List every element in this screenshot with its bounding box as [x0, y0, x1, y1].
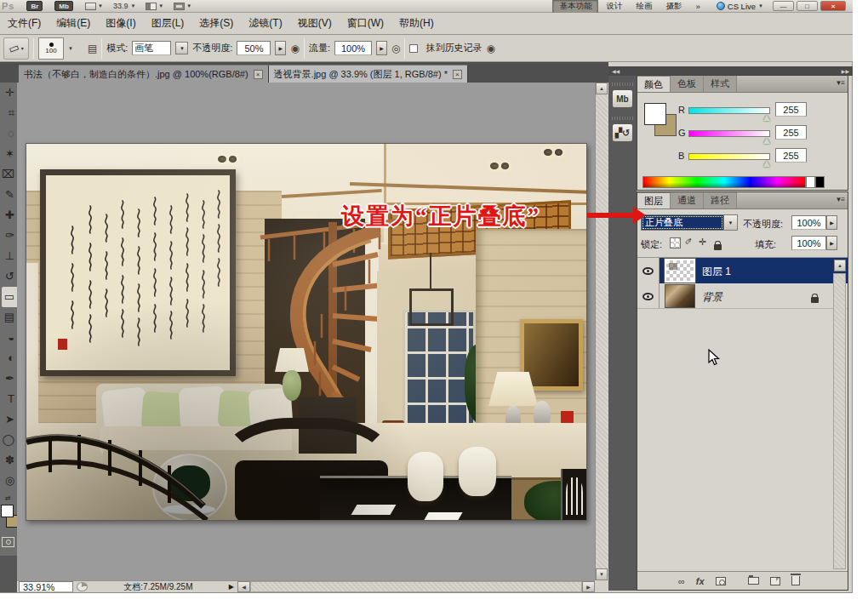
- mode-dropdown-arrow-icon[interactable]: ▼: [175, 42, 188, 54]
- move-tool[interactable]: ✛: [0, 83, 17, 103]
- collapse-panels-icon[interactable]: ◀◀: [612, 68, 620, 74]
- toggle-brush-panel-icon[interactable]: ▤: [88, 43, 97, 54]
- brush-tool[interactable]: ✑: [0, 226, 17, 246]
- tab-styles[interactable]: 样式: [704, 76, 737, 92]
- tablet-opacity-icon[interactable]: ◉: [290, 43, 299, 54]
- quick-mask-button[interactable]: [2, 537, 14, 547]
- opacity-input[interactable]: 50%: [237, 41, 271, 55]
- view-extras-dropdown-icon[interactable]: ▼: [98, 3, 103, 9]
- new-group-icon[interactable]: [748, 577, 759, 585]
- foreground-color-swatch[interactable]: [1, 505, 14, 517]
- brush-picker-dropdown-icon[interactable]: ▼: [68, 46, 73, 51]
- visibility-cell[interactable]: [637, 283, 660, 309]
- cs-live-dropdown-icon[interactable]: ▼: [758, 3, 763, 9]
- menu-filter[interactable]: 滤镜(T): [241, 16, 289, 31]
- scroll-down-icon[interactable]: ▼: [596, 568, 608, 580]
- eye-icon[interactable]: [642, 293, 654, 300]
- lock-all-icon[interactable]: [714, 238, 722, 254]
- status-menu-icon[interactable]: ▶: [229, 583, 234, 591]
- tab-paths[interactable]: 路径: [704, 192, 737, 208]
- menu-view[interactable]: 视图(V): [290, 16, 340, 31]
- maximize-button[interactable]: □: [797, 1, 818, 11]
- visibility-cell[interactable]: [637, 258, 660, 283]
- document-tab-inactive[interactable]: 书法（不够白，制造白的条件）.jpg @ 100%(RGB/8#) ×: [19, 65, 269, 83]
- blue-value-input[interactable]: 255: [775, 148, 807, 163]
- flow-spinner-icon[interactable]: ▶: [376, 41, 387, 55]
- marquee-tool[interactable]: ⌗: [0, 103, 17, 123]
- workspace-painting[interactable]: 绘画: [630, 0, 658, 13]
- horizontal-scrollbar[interactable]: [250, 581, 582, 592]
- adobe-drive-icon[interactable]: [77, 582, 88, 591]
- lock-pixels-icon[interactable]: ✑: [682, 235, 696, 248]
- canvas-area[interactable]: [17, 83, 595, 580]
- layers-scrollbar[interactable]: [833, 273, 846, 569]
- expand-panels-icon[interactable]: ▶▶: [842, 68, 849, 74]
- view-extras-icon[interactable]: [85, 3, 96, 10]
- blue-slider-thumb[interactable]: [763, 161, 770, 167]
- tool-preset-picker[interactable]: ▭▾: [3, 37, 29, 60]
- blur-tool[interactable]: ◒: [0, 328, 17, 348]
- history-panel-button[interactable]: ▞↺: [612, 123, 633, 142]
- zoom-tool[interactable]: ◎: [0, 471, 17, 491]
- tab-channels[interactable]: 通道: [671, 192, 704, 208]
- red-value-input[interactable]: 255: [775, 102, 807, 117]
- blue-slider-track[interactable]: [688, 153, 770, 160]
- green-slider-track[interactable]: [688, 130, 770, 137]
- eraser-tool[interactable]: ▭: [2, 287, 17, 307]
- workspace-design[interactable]: 设计: [600, 0, 628, 13]
- zoom-level-value[interactable]: 33.9: [113, 2, 128, 10]
- layers-scroll-up-icon[interactable]: ▲: [834, 260, 846, 271]
- type-tool[interactable]: T: [0, 389, 17, 409]
- menu-edit[interactable]: 编辑(E): [49, 16, 98, 31]
- layer-row-selected[interactable]: 图层 1 ▲: [637, 258, 848, 283]
- foreground-swatch[interactable]: [644, 103, 666, 125]
- fill-spinner-icon[interactable]: ▶: [826, 236, 837, 250]
- mode-dropdown[interactable]: 画笔: [132, 41, 171, 55]
- dodge-tool[interactable]: ◐: [0, 348, 17, 368]
- eye-icon[interactable]: [642, 267, 654, 275]
- screen-mode-dropdown-icon[interactable]: ▼: [186, 3, 191, 9]
- new-layer-icon[interactable]: [770, 577, 780, 585]
- menu-select[interactable]: 选择(S): [191, 16, 241, 31]
- workspace-photography[interactable]: 摄影: [660, 0, 688, 13]
- tab-color[interactable]: 颜色: [637, 76, 671, 92]
- history-brush-tool[interactable]: ↺: [0, 266, 17, 287]
- blend-mode-arrow-icon[interactable]: ▼: [723, 215, 737, 230]
- menu-help[interactable]: 帮助(H): [391, 16, 442, 31]
- minimize-button[interactable]: —: [773, 1, 794, 11]
- layer-opacity-spinner-icon[interactable]: ▶: [826, 215, 837, 230]
- ramp-black-swatch[interactable]: [815, 176, 825, 188]
- cs-live-label[interactable]: CS Live: [728, 2, 756, 11]
- menu-layer[interactable]: 图层(L): [144, 16, 192, 31]
- airbrush-icon[interactable]: ◎: [391, 43, 400, 54]
- red-slider-track[interactable]: [688, 107, 770, 114]
- layer-row-background[interactable]: 背景: [637, 283, 848, 309]
- scroll-up-icon[interactable]: ▲: [596, 83, 608, 94]
- zoom-dropdown-icon[interactable]: ▼: [130, 3, 135, 9]
- layer-thumbnail[interactable]: [665, 259, 695, 283]
- lock-position-icon[interactable]: ✛: [699, 237, 706, 248]
- layer-name[interactable]: 背景: [702, 290, 722, 305]
- tab-close-icon[interactable]: ×: [453, 70, 462, 79]
- document-tab-active[interactable]: 透视背景.jpg @ 33.9% (图层 1, RGB/8#) * ×: [269, 65, 468, 83]
- swap-colors-icon[interactable]: ⇄: [5, 494, 11, 502]
- eyedropper-tool[interactable]: ✎: [0, 185, 17, 205]
- pen-tool[interactable]: ✒: [0, 368, 17, 389]
- ramp-white-swatch[interactable]: [806, 176, 815, 188]
- clone-stamp-tool[interactable]: ⊥: [0, 246, 17, 266]
- opacity-spinner-icon[interactable]: ▶: [275, 41, 286, 55]
- color-spectrum-ramp[interactable]: [642, 176, 806, 188]
- crop-tool[interactable]: ⌧: [0, 164, 17, 185]
- lock-transparency-icon[interactable]: [670, 237, 681, 248]
- layer-thumbnail[interactable]: [665, 284, 695, 308]
- menu-file[interactable]: 文件(F): [0, 16, 49, 31]
- green-slider-thumb[interactable]: [763, 138, 770, 144]
- panel-menu-icon[interactable]: ▼≡: [835, 196, 844, 203]
- brush-preset-picker[interactable]: 100: [38, 37, 64, 60]
- screen-mode-icon[interactable]: [174, 3, 185, 10]
- hand-tool[interactable]: ✽: [0, 450, 17, 471]
- panel-menu-icon[interactable]: ▼≡: [835, 79, 844, 87]
- layer-name[interactable]: 图层 1: [702, 265, 731, 279]
- launch-minibridge-button[interactable]: Mb: [54, 1, 73, 11]
- close-button[interactable]: ×: [820, 1, 846, 11]
